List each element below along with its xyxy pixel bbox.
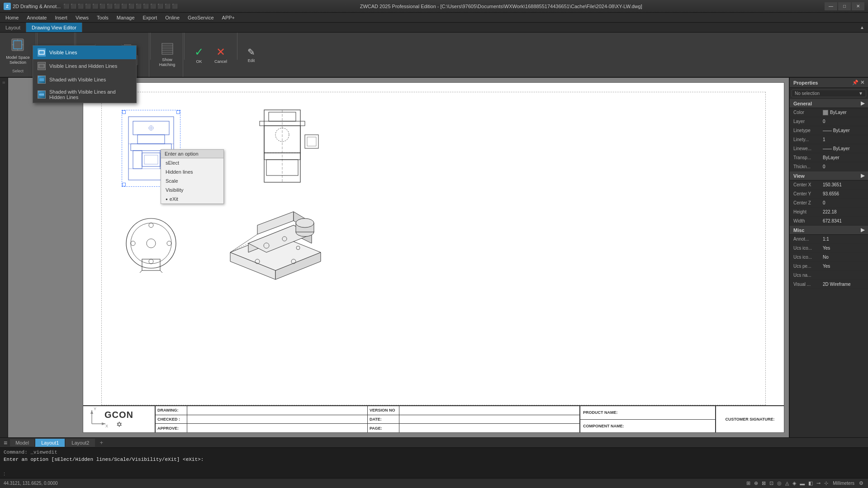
status-otrack-icon[interactable]: ◬ — [784, 480, 790, 487]
date-value — [399, 415, 579, 424]
color-value-row: ByLayer — [823, 110, 847, 115]
svg-line-54 — [140, 270, 142, 273]
status-lw-icon[interactable]: ▬ — [799, 480, 806, 487]
checked-row: CHECKED : DATE: — [156, 415, 579, 424]
tab-layout1[interactable]: Layout1 — [35, 439, 65, 447]
model-space-button[interactable]: Model SpaceSelection — [3, 36, 33, 67]
edit-button[interactable]: ✎ Edit — [244, 45, 259, 65]
maximize-button[interactable]: □ — [838, 2, 851, 10]
status-osnap-icon[interactable]: ◎ — [776, 480, 783, 487]
tab-add-button[interactable]: + — [96, 438, 107, 447]
status-grid-icon[interactable]: ⊞ — [745, 480, 751, 487]
checked-label: CHECKED : — [156, 415, 187, 424]
prop-center-y: Center Y 93.6556 — [790, 190, 868, 199]
display-mode-dropdown: Visible Lines Visible Lines and Hidden L… — [33, 45, 137, 103]
isometric-view-svg — [221, 198, 330, 289]
status-tp-icon[interactable]: ◧ — [807, 480, 814, 487]
status-sc-icon[interactable]: ⊸ — [816, 480, 821, 487]
status-ortho-icon[interactable]: ⊠ — [761, 480, 767, 487]
tab-drawing-view-editor[interactable]: Drawing View Editor — [26, 23, 82, 32]
context-menu-exit[interactable]: ● eXit — [161, 194, 223, 204]
menu-online[interactable]: Online — [161, 14, 183, 21]
page-label: PAGE: — [368, 424, 399, 432]
prop-ucs-ico-no: Ucs ico... No — [790, 253, 868, 262]
title-fields: DRAWING: VERSION NO CHECKED : DATE: APPR… — [156, 406, 580, 432]
close-button[interactable]: ✕ — [852, 2, 864, 10]
ribbon-collapse-icon[interactable]: ▲ — [860, 25, 864, 30]
dropdown-shaded-visible-hidden[interactable]: Shaded with Visible Lines and Hidden Lin… — [33, 86, 136, 103]
prop-ucs-pe: Ucs pe... Yes — [790, 262, 868, 271]
menu-insert[interactable]: Insert — [51, 14, 71, 21]
status-snap-icon[interactable]: ⊕ — [753, 480, 759, 487]
menu-views[interactable]: Views — [72, 14, 92, 21]
menu-manage[interactable]: Manage — [113, 14, 138, 21]
prop-thickn: Thickn... 0 — [790, 162, 868, 171]
drawing-border — [101, 92, 766, 405]
command-input[interactable] — [7, 471, 864, 476]
menu-app[interactable]: APP+ — [218, 14, 238, 21]
context-menu: Enter an option sElect Hidden lines Scal… — [161, 149, 224, 204]
dropdown-visible-lines[interactable]: Visible Lines — [33, 46, 136, 59]
menu-tools[interactable]: Tools — [93, 14, 112, 21]
side-view-svg — [237, 108, 327, 189]
status-polar-icon[interactable]: ⊡ — [768, 480, 774, 487]
prop-center-x: Center X 150.3651 — [790, 180, 868, 190]
menu-home[interactable]: Home — [2, 14, 22, 21]
shaded-visible-icon — [38, 76, 46, 84]
section-misc[interactable]: Misc ▶ — [790, 226, 868, 235]
canvas-area[interactable]: GCON ✡ DRAWING: VERSION NO CHECKED : — [8, 78, 789, 437]
menu-export[interactable]: Export — [139, 14, 161, 21]
section-misc-arrow: ▶ — [861, 227, 864, 233]
view-plate[interactable] — [119, 214, 183, 273]
checked-value — [187, 415, 368, 424]
context-menu-hidden-lines[interactable]: Hidden lines — [161, 167, 223, 176]
svg-point-51 — [149, 223, 153, 227]
status-dynin-icon[interactable]: ◈ — [792, 480, 797, 487]
linety-label: Linety... — [793, 137, 823, 142]
ok-button[interactable]: ✓ OK — [191, 44, 207, 66]
context-menu-scale[interactable]: Scale — [161, 176, 223, 185]
tab-layout[interactable]: Layout — [0, 23, 26, 32]
svg-rect-40 — [307, 137, 316, 146]
prop-transp: Transp... ByLayer — [790, 153, 868, 162]
minimize-button[interactable]: — — [825, 2, 837, 10]
section-general[interactable]: General ▶ — [790, 99, 868, 108]
thickn-value: 0 — [823, 164, 864, 169]
tab-layout2[interactable]: Layout2 — [66, 439, 95, 447]
menu-annotate[interactable]: Annotate — [23, 14, 50, 21]
tabs-menu-icon[interactable]: ≡ — [2, 439, 9, 446]
status-settings-icon[interactable]: ⚙ — [858, 480, 864, 487]
handle-tl[interactable] — [122, 110, 126, 114]
select-label[interactable]: Select — [12, 69, 24, 73]
status-qs-icon[interactable]: ⊹ — [823, 480, 829, 487]
menu-geoservice[interactable]: GeoService — [184, 14, 217, 21]
selection-dropdown[interactable]: No selection ▼ — [792, 90, 866, 97]
command-prompt-symbol: : — [4, 471, 5, 476]
approve-value — [187, 424, 368, 432]
linetype-label: Linetype — [793, 128, 823, 133]
center-x-value: 150.3651 — [823, 182, 864, 187]
tab-model[interactable]: Model — [10, 439, 34, 446]
show-hatching-button[interactable]: ShowHatching — [156, 41, 179, 69]
version-value — [399, 406, 579, 415]
select-menu-label: sElect — [166, 160, 179, 166]
svg-text:Y: Y — [94, 407, 96, 411]
cancel-button[interactable]: ✕ Cancel — [211, 44, 231, 66]
panel-pin-icon[interactable]: 📌 — [852, 80, 859, 85]
context-menu-select[interactable]: sElect — [161, 158, 223, 167]
context-menu-visibility[interactable]: Visibility — [161, 185, 223, 194]
dropdown-shaded-visible[interactable]: Shaded with Visible Lines — [33, 73, 136, 86]
shaded-visible-hidden-label: Shaded with Visible Lines and Hidden Lin… — [49, 89, 132, 100]
view-properties: Center X 150.3651 Center Y 93.6556 Cente… — [790, 180, 868, 226]
svg-marker-77 — [102, 422, 105, 425]
panel-close-icon[interactable]: ✕ — [860, 80, 864, 85]
dropdown-visible-hidden-lines[interactable]: Visible Lines and Hidden Lines — [33, 59, 136, 73]
section-view[interactable]: View ▶ — [790, 171, 868, 180]
handle-bl[interactable] — [122, 183, 126, 186]
handle-tr[interactable] — [176, 110, 180, 114]
command-input-row: : — [4, 471, 864, 476]
prop-linewe: Linewe... —— ByLayer — [790, 144, 868, 153]
view-isometric[interactable] — [221, 198, 330, 289]
linety-value: 1 — [823, 137, 864, 142]
view-side[interactable] — [237, 108, 327, 189]
